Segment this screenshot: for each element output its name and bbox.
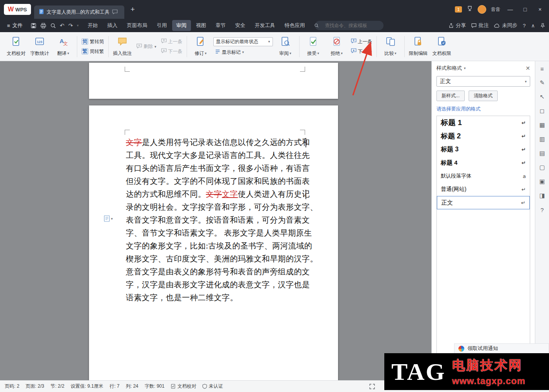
table-icon[interactable]: ▦: [538, 121, 547, 129]
markup-state-select[interactable]: 显示标记的最终状态 ▾: [213, 37, 273, 46]
menu-tab-特色应用[interactable]: 特色应用: [280, 20, 309, 31]
document-icon[interactable]: ▢: [538, 163, 547, 172]
close-button[interactable]: ×: [535, 6, 545, 13]
comment-bubble-icon: [117, 36, 127, 48]
current-style-select[interactable]: 正文 ▾: [436, 76, 530, 87]
share-icon: [449, 23, 454, 28]
previous-comment-button[interactable]: 上一条: [160, 38, 184, 45]
trad-to-simp-button[interactable]: 简 繁转简: [80, 38, 105, 45]
help-icon[interactable]: ?: [538, 205, 547, 214]
style-item-标题 3[interactable]: 标题 3↵: [437, 143, 530, 156]
menu-tab-引用[interactable]: 引用: [153, 20, 171, 31]
accept-change-button[interactable]: 接受▾: [302, 34, 324, 59]
status-cert-button[interactable]: 未认证: [202, 383, 223, 390]
chevron-down-icon[interactable]: ▾: [464, 66, 466, 70]
next-change-button[interactable]: 下一条: [349, 48, 374, 55]
previous-page[interactable]: [89, 63, 338, 99]
delete-comment-button[interactable]: 删除 ▾: [135, 43, 158, 50]
menu-tab-安全[interactable]: 安全: [231, 20, 250, 31]
insert-comment-button[interactable]: 插入批注: [111, 34, 133, 59]
minimize-button[interactable]: —: [505, 6, 515, 13]
fullscreen-icon[interactable]: [369, 384, 375, 389]
status-proofread-button[interactable]: 文档校对: [171, 383, 196, 390]
print-icon[interactable]: [40, 23, 46, 29]
style-item-默认段落字体[interactable]: 默认段落字体a: [437, 169, 530, 183]
doc-proofread-button[interactable]: 文档校对: [5, 34, 27, 59]
tab-chat-icon[interactable]: [112, 9, 118, 16]
clear-format-button[interactable]: 清除格式: [469, 91, 498, 101]
chevron-down-icon: ▾: [525, 80, 527, 83]
next-comment-button[interactable]: 下一条: [160, 48, 184, 55]
word-count-button[interactable]: 123 字数统计: [29, 34, 51, 59]
reject-change-button[interactable]: 拒绝▾: [326, 34, 348, 59]
maximize-button[interactable]: □: [520, 6, 530, 13]
compare-docs-icon: [385, 36, 396, 48]
new-tab-button[interactable]: +: [127, 5, 138, 14]
current-page[interactable]: 文字是人类用符号记录表达信息以传之久远的方式和工具。现代文字大多是记录语言的工具…: [89, 105, 338, 380]
svg-text:文: 文: [63, 41, 68, 46]
document-text[interactable]: 文字是人类用符号记录表达信息以传之久远的方式和工具。现代文字大多是记录语言的工具…: [126, 136, 303, 304]
menu-tab-审阅[interactable]: 审阅: [172, 20, 191, 31]
style-item-标题 1[interactable]: 标题 1↵: [437, 116, 530, 129]
menu-tab-页面布局[interactable]: 页面布局: [123, 20, 152, 31]
simp-to-trad-button[interactable]: 繁 简转繁: [80, 48, 105, 55]
pin-icon[interactable]: [540, 23, 545, 28]
new-style-button[interactable]: 新样式...: [436, 91, 465, 101]
menu-tab-章节[interactable]: 章节: [211, 20, 230, 31]
paragraph-mark-icon: ↵: [522, 120, 526, 126]
wps-window: W WPS 文字是人类用...的方式和工具 + 1 音音 — □ × ≡ 文件: [0, 0, 549, 392]
review-button[interactable]: 审阅▾: [274, 34, 296, 59]
message-badge[interactable]: 1: [455, 6, 462, 13]
rewards-cup-icon[interactable]: [467, 5, 473, 13]
quick-access-more-icon[interactable]: ▾: [77, 24, 79, 27]
comment-toggle-button[interactable]: 批注: [471, 22, 489, 29]
select-arrow-icon[interactable]: ↖: [538, 93, 547, 101]
clipboard-icon[interactable]: ◨: [538, 191, 547, 200]
translate-button[interactable]: A文 翻译▾: [52, 34, 74, 59]
doc-permission-button[interactable]: 文档权限: [431, 34, 453, 59]
restrict-edit-lock-icon: [413, 36, 424, 48]
menu-tab-插入[interactable]: 插入: [103, 20, 122, 31]
compare-button[interactable]: 比较▾: [380, 34, 402, 59]
tracked-change-bar: [305, 138, 306, 147]
print-preview-icon[interactable]: [50, 23, 56, 29]
document-line: 文字的象形文字，比如:古埃及的圣书字、两河流域的: [126, 240, 303, 252]
file-menu-button[interactable]: ≡ 文件: [4, 22, 26, 29]
previous-change-button[interactable]: 上一条: [349, 38, 374, 45]
sync-status-button[interactable]: 未同步: [494, 22, 517, 29]
track-changes-button[interactable]: 修订▾: [190, 34, 212, 59]
layout-icon[interactable]: ▤: [538, 149, 547, 158]
paste-options-button[interactable]: ▾: [104, 215, 113, 222]
command-search[interactable]: [311, 21, 384, 30]
redo-icon[interactable]: ↷: [68, 22, 73, 29]
trial-notification[interactable]: 领取试用通知: [454, 343, 549, 354]
chart-icon[interactable]: ▥: [538, 135, 547, 143]
help-icon[interactable]: ?: [523, 23, 525, 29]
restrict-editing-button[interactable]: 限制编辑: [407, 34, 429, 59]
collapse-ribbon-icon[interactable]: ∧: [531, 23, 535, 29]
image-icon[interactable]: ▣: [538, 177, 547, 186]
menu-tab-视图[interactable]: 视图: [192, 20, 211, 31]
style-item-标题 2[interactable]: 标题 2↵: [437, 129, 530, 143]
undo-icon[interactable]: ↶: [60, 22, 65, 29]
panel-close-icon[interactable]: ✕: [525, 65, 530, 71]
edit-pencil-icon[interactable]: ✎: [538, 78, 547, 87]
chevron-down-icon: ▾: [289, 51, 291, 55]
document-canvas[interactable]: 文字是人类用符号记录表达信息以传之久远的方式和工具。现代文字大多是记录语言的工具…: [0, 61, 431, 380]
document-tab[interactable]: 文字是人类用...的方式和工具: [34, 5, 124, 19]
panel-menu-icon[interactable]: ≡: [538, 64, 547, 73]
menu-tab-开发工具[interactable]: 开发工具: [251, 20, 280, 31]
save-icon[interactable]: [31, 23, 36, 29]
style-item-正文[interactable]: 正文↵: [437, 196, 530, 209]
eraser-icon[interactable]: ◻: [538, 107, 547, 115]
share-button[interactable]: 分享: [449, 22, 466, 29]
show-markup-button[interactable]: 显示标记 ▾: [213, 49, 273, 56]
user-avatar[interactable]: [478, 5, 486, 14]
style-item-普通(网站)[interactable]: 普通(网站)↵: [437, 183, 530, 196]
wps-logo[interactable]: W WPS: [4, 4, 31, 15]
menu-tab-开始[interactable]: 开始: [84, 20, 102, 31]
review-doc-icon: [280, 36, 291, 48]
reject-slash-icon: [332, 36, 342, 48]
search-input[interactable]: [315, 21, 384, 30]
style-item-标题 4[interactable]: 标题 4↵: [437, 156, 530, 169]
